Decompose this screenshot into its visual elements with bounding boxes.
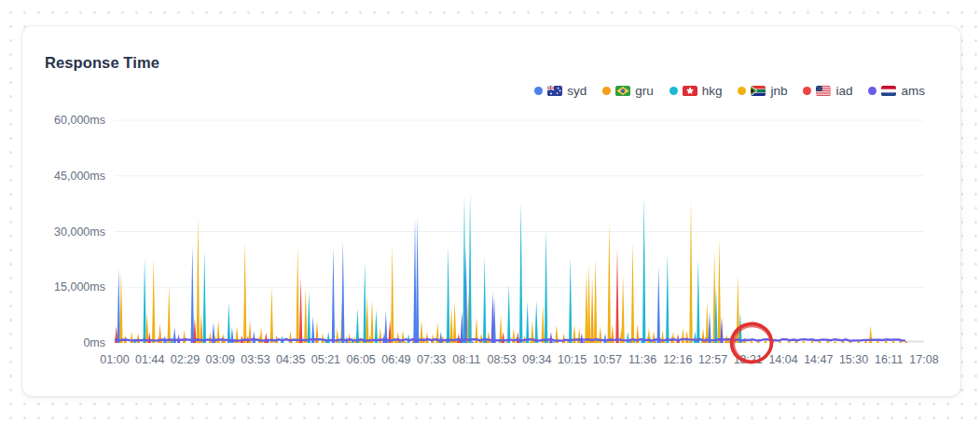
flag-hk-icon [683, 86, 697, 96]
x-tick-label: 08:11 [452, 353, 480, 366]
chart-title: Response Time [45, 54, 159, 72]
y-tick-label: 15,000ms [54, 280, 105, 294]
y-axis-labels: 60,000ms45,000ms30,000ms15,000ms0ms [22, 120, 105, 343]
x-tick-label: 11:36 [628, 353, 656, 366]
x-tick-label: 06:49 [381, 353, 410, 366]
x-tick-label: 12:57 [698, 353, 727, 366]
legend-item-iad[interactable]: iad [803, 84, 852, 98]
x-tick-label: 06:05 [347, 353, 376, 366]
x-tick-label: 14:04 [768, 353, 797, 366]
x-tick-label: 08:53 [487, 353, 516, 366]
response-time-card: Response Time sydgruhkgjnbiadams 60,000m… [21, 25, 961, 397]
flag-br-icon [615, 86, 630, 96]
flag-us-icon [816, 86, 831, 96]
legend-item-jnb[interactable]: jnb [738, 84, 787, 98]
response-time-chart [115, 120, 924, 343]
x-tick-label: 13:21 [734, 353, 763, 366]
x-tick-label: 12:16 [663, 353, 692, 366]
y-tick-label: 60,000ms [54, 114, 105, 127]
x-tick-label: 07:33 [417, 353, 446, 366]
flag-za-icon [751, 86, 766, 96]
legend-item-label: jnb [770, 84, 787, 98]
legend-item-gru[interactable]: gru [602, 84, 654, 98]
x-axis-labels: 01:0001:4402:2903:0903:5304:3505:2106:05… [115, 353, 924, 370]
legend-item-syd[interactable]: syd [534, 84, 587, 98]
y-tick-label: 30,000ms [54, 226, 105, 239]
legend-item-label: ams [901, 84, 925, 98]
y-tick-label: 0ms [83, 336, 105, 349]
legend-dot [803, 87, 811, 95]
x-tick-label: 03:53 [241, 353, 269, 366]
legend-item-label: iad [835, 84, 852, 98]
flag-nl-icon [881, 86, 896, 96]
legend-item-label: syd [567, 84, 587, 98]
x-tick-label: 09:34 [522, 353, 551, 366]
chart-legend: sydgruhkgjnbiadams [534, 84, 925, 98]
y-tick-label: 45,000ms [54, 170, 105, 183]
x-tick-label: 15:30 [839, 353, 868, 366]
x-tick-label: 03:09 [206, 353, 235, 366]
legend-dot [534, 87, 543, 95]
legend-item-label: gru [635, 84, 654, 98]
legend-dot [602, 87, 611, 95]
legend-dot [738, 87, 746, 95]
x-tick-label: 01:00 [100, 353, 129, 366]
x-tick-label: 17:08 [909, 353, 938, 366]
page: { "card": { "title": "Response Time" }, … [0, 0, 980, 424]
legend-dot [669, 87, 678, 95]
legend-dot [868, 87, 876, 95]
x-tick-label: 05:21 [311, 353, 340, 366]
x-tick-label: 14:47 [804, 353, 833, 366]
x-tick-label: 01:44 [135, 353, 164, 366]
legend-item-hkg[interactable]: hkg [669, 84, 723, 98]
x-tick-label: 10:15 [558, 353, 587, 366]
x-tick-label: 04:35 [276, 353, 305, 366]
legend-item-ams[interactable]: ams [868, 84, 925, 98]
chart-plot-area [115, 120, 924, 343]
flag-au-icon [547, 86, 562, 96]
x-tick-label: 10:57 [593, 353, 622, 366]
x-tick-label: 02:29 [171, 353, 200, 366]
legend-item-label: hkg [702, 84, 723, 98]
x-tick-label: 16:11 [875, 353, 903, 366]
